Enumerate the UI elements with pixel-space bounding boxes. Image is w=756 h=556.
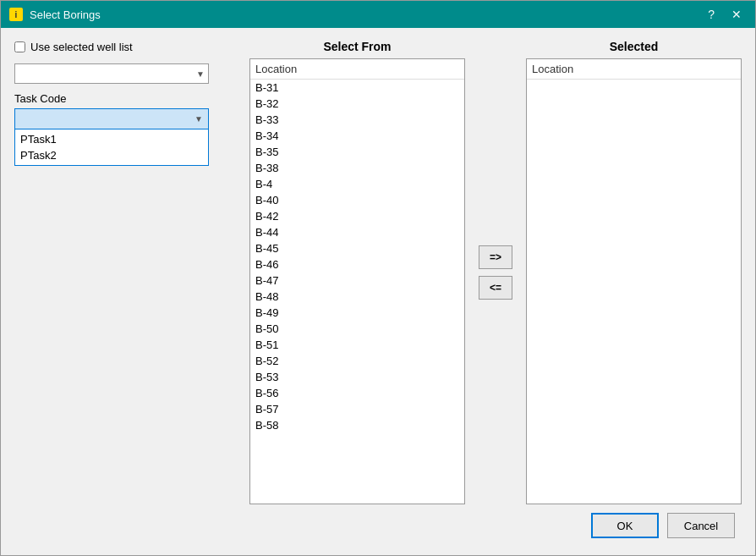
add-button[interactable]: =>	[479, 245, 512, 269]
task-list: PTask1 PTask2	[15, 129, 208, 165]
list-item[interactable]: B-42	[250, 208, 464, 224]
transfer-buttons: => <=	[472, 40, 519, 504]
location-filter-combo[interactable]: ▼	[14, 63, 209, 84]
main-content: Use selected well list ▼ Task Code ▼ P	[14, 40, 742, 504]
help-button[interactable]: ?	[703, 6, 720, 23]
title-bar: i Select Borings ? ✕	[1, 1, 755, 28]
bottom-bar: OK Cancel	[14, 504, 742, 543]
selected-panel: Selected Location	[526, 40, 742, 504]
title-bar-right: ? ✕	[703, 6, 747, 23]
checkbox-row: Use selected well list	[14, 40, 243, 55]
task-code-section: Task Code ▼ PTask1 PTask2	[14, 92, 243, 166]
task-code-dropdown[interactable]: ▼ PTask1 PTask2	[14, 108, 209, 166]
select-from-list-body[interactable]: B-31B-32B-33B-34B-35B-38B-4B-40B-42B-44B…	[250, 80, 464, 504]
close-button[interactable]: ✕	[726, 6, 747, 23]
list-item[interactable]: B-52	[250, 353, 464, 369]
list-item[interactable]: B-32	[250, 96, 464, 112]
list-item[interactable]: B-53	[250, 369, 464, 385]
list-item[interactable]: B-47	[250, 272, 464, 289]
list-item[interactable]: B-45	[250, 240, 464, 256]
combo-arrow-icon: ▼	[196, 69, 205, 79]
cancel-button[interactable]: Cancel	[667, 513, 735, 538]
use-selected-well-checkbox[interactable]	[14, 41, 25, 52]
task-dropdown-arrow-icon: ▼	[194, 114, 203, 124]
app-icon: i	[9, 8, 23, 21]
selected-column-header: Location	[527, 59, 741, 80]
select-from-panel: Select From Location B-31B-32B-33B-34B-3…	[249, 40, 465, 504]
list-item[interactable]: B-34	[250, 128, 464, 144]
list-item[interactable]: B-44	[250, 224, 464, 240]
list-item[interactable]: B-51	[250, 337, 464, 353]
task-item-ptask1[interactable]: PTask1	[15, 131, 208, 147]
selected-title: Selected	[526, 40, 742, 53]
dialog-title: Select Borings	[30, 8, 101, 21]
dialog-body: Use selected well list ▼ Task Code ▼ P	[1, 28, 755, 555]
title-bar-left: i Select Borings	[9, 8, 101, 21]
task-item-ptask2[interactable]: PTask2	[15, 147, 208, 163]
list-item[interactable]: B-31	[250, 80, 464, 96]
selected-list-body[interactable]	[527, 80, 741, 504]
task-code-label: Task Code	[14, 92, 243, 105]
selected-listbox[interactable]: Location	[526, 58, 742, 504]
list-item[interactable]: B-57	[250, 401, 464, 417]
list-item[interactable]: B-58	[250, 417, 464, 433]
list-item[interactable]: B-56	[250, 385, 464, 401]
list-item[interactable]: B-35	[250, 144, 464, 160]
list-item[interactable]: B-46	[250, 256, 464, 272]
list-item[interactable]: B-50	[250, 321, 464, 337]
list-item[interactable]: B-40	[250, 192, 464, 208]
select-from-column-header: Location	[250, 59, 464, 80]
ok-button[interactable]: OK	[591, 513, 659, 538]
use-selected-well-label: Use selected well list	[30, 40, 133, 55]
select-from-listbox[interactable]: Location B-31B-32B-33B-34B-35B-38B-4B-40…	[249, 58, 465, 504]
select-borings-dialog: i Select Borings ? ✕ Use selected well l…	[0, 0, 756, 556]
left-panel: Use selected well list ▼ Task Code ▼ P	[14, 40, 243, 504]
select-from-title: Select From	[249, 40, 465, 53]
list-item[interactable]: B-38	[250, 160, 464, 176]
list-item[interactable]: B-4	[250, 176, 464, 192]
list-item[interactable]: B-49	[250, 305, 464, 321]
remove-button[interactable]: <=	[479, 276, 512, 300]
list-item[interactable]: B-48	[250, 289, 464, 305]
task-code-dropdown-header[interactable]: ▼	[15, 109, 208, 129]
list-item[interactable]: B-33	[250, 112, 464, 128]
